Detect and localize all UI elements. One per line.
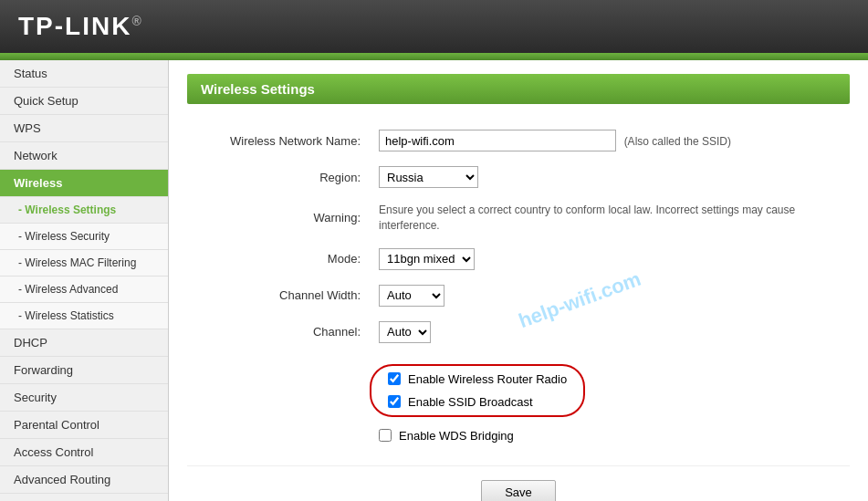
region-select[interactable]: Russia United States Europe China <box>379 166 478 188</box>
region-value-cell: Russia United States Europe China <box>370 159 850 195</box>
checkbox-item-ssid-broadcast: Enable SSID Broadcast <box>379 391 576 413</box>
network-name-row: Wireless Network Name: (Also called the … <box>187 122 850 159</box>
channel-width-row: Channel Width: Auto 20MHz 40MHz <box>187 277 850 314</box>
main-content: help-wifi.com Wireless Settings Wireless… <box>169 60 868 501</box>
checkbox-item-wireless-radio: Enable Wireless Router Radio <box>379 368 576 391</box>
highlight-box: Enable Wireless Router Radio Enable SSID… <box>370 364 585 417</box>
enable-wds-bridging-checkbox[interactable] <box>379 429 392 442</box>
sidebar-item-wireless-security[interactable]: - Wireless Security <box>0 224 168 250</box>
nav-bar <box>0 53 868 60</box>
ssid-hint: (Also called the SSID) <box>624 135 731 148</box>
sidebar-item-wireless-settings[interactable]: - Wireless Settings <box>0 197 168 224</box>
enable-ssid-broadcast-label: Enable SSID Broadcast <box>408 395 533 409</box>
enable-wireless-radio-label: Enable Wireless Router Radio <box>408 372 567 386</box>
region-row: Region: Russia United States Europe Chin… <box>187 159 850 195</box>
logo-trademark: ® <box>131 14 142 28</box>
channel-select[interactable]: Auto 1234 5678 910111213 <box>379 321 431 343</box>
sidebar-item-advanced-routing[interactable]: Advanced Routing <box>0 466 168 494</box>
sidebar-item-wireless[interactable]: Wireless <box>0 170 168 197</box>
save-area: Save <box>187 465 850 501</box>
mode-label: Mode: <box>187 241 370 277</box>
warning-label: Warning: <box>187 195 370 241</box>
sidebar-item-forwarding[interactable]: Forwarding <box>0 357 168 384</box>
sidebar-item-quick-setup[interactable]: Quick Setup <box>0 88 168 115</box>
sidebar-item-access-control[interactable]: Access Control <box>0 439 168 466</box>
warning-text: Ensure you select a correct country to c… <box>379 204 795 232</box>
channel-row: Channel: Auto 1234 5678 910111213 <box>187 314 850 350</box>
network-name-input[interactable] <box>379 130 616 151</box>
checkbox-group: Enable Wireless Router Radio Enable SSID… <box>370 364 850 447</box>
enable-wireless-radio-checkbox[interactable] <box>388 372 401 385</box>
logo: TP-LINK® <box>18 12 143 41</box>
channel-width-select[interactable]: Auto 20MHz 40MHz <box>379 285 444 307</box>
warning-row: Warning: Ensure you select a correct cou… <box>187 195 850 241</box>
channel-width-label: Channel Width: <box>187 277 370 314</box>
page-title: Wireless Settings <box>201 81 315 97</box>
sidebar: Status Quick Setup WPS Network Wireless … <box>0 60 169 501</box>
sidebar-item-status[interactable]: Status <box>0 60 168 88</box>
page-title-bar: Wireless Settings <box>187 74 850 104</box>
enable-ssid-broadcast-checkbox[interactable] <box>388 395 401 408</box>
layout: Status Quick Setup WPS Network Wireless … <box>0 60 868 501</box>
warning-value-cell: Ensure you select a correct country to c… <box>370 195 850 241</box>
channel-label: Channel: <box>187 314 370 350</box>
settings-form: Wireless Network Name: (Also called the … <box>187 122 850 350</box>
sidebar-item-bandwidth-control[interactable]: Bandwidth Control <box>0 494 168 501</box>
sidebar-item-wps[interactable]: WPS <box>0 115 168 142</box>
channel-width-value-cell: Auto 20MHz 40MHz <box>370 277 850 314</box>
mode-value-cell: 11bgn mixed 11bg mixed 11b only 11g only… <box>370 241 850 277</box>
sidebar-item-wireless-advanced[interactable]: - Wireless Advanced <box>0 277 168 303</box>
save-button[interactable]: Save <box>481 480 556 501</box>
region-label: Region: <box>187 159 370 195</box>
network-name-value-cell: (Also called the SSID) <box>370 122 850 159</box>
mode-select[interactable]: 11bgn mixed 11bg mixed 11b only 11g only… <box>379 248 475 270</box>
sidebar-item-wireless-mac-filtering[interactable]: - Wireless MAC Filtering <box>0 250 168 277</box>
network-name-label: Wireless Network Name: <box>187 122 370 159</box>
sidebar-item-dhcp[interactable]: DHCP <box>0 329 168 357</box>
sidebar-item-security[interactable]: Security <box>0 384 168 412</box>
header: TP-LINK® <box>0 0 868 53</box>
checkbox-item-wds-bridging: Enable WDS Bridging <box>370 424 850 447</box>
sidebar-item-parental-control[interactable]: Parental Control <box>0 412 168 439</box>
mode-row: Mode: 11bgn mixed 11bg mixed 11b only 11… <box>187 241 850 277</box>
enable-wds-bridging-label: Enable WDS Bridging <box>399 429 514 443</box>
sidebar-item-wireless-statistics[interactable]: - Wireless Statistics <box>0 303 168 329</box>
channel-value-cell: Auto 1234 5678 910111213 <box>370 314 850 350</box>
sidebar-item-network[interactable]: Network <box>0 142 168 170</box>
